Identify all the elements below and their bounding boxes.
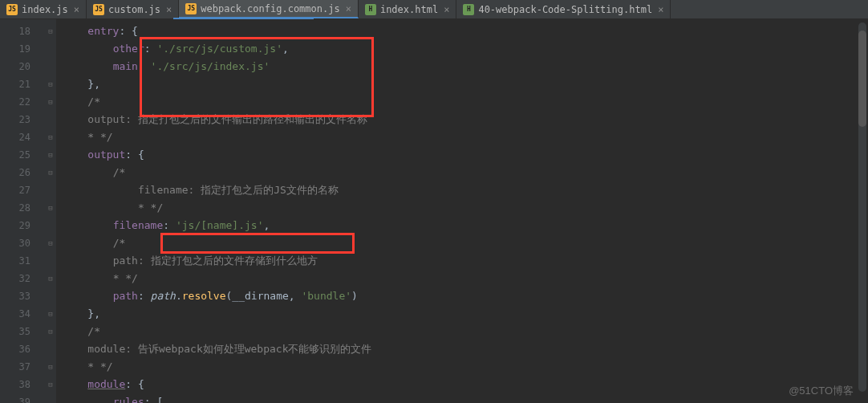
fold-marker[interactable] [45, 40, 56, 58]
code-line: }, [56, 305, 868, 323]
code-line: * */ [56, 358, 868, 376]
fold-marker[interactable] [45, 111, 56, 128]
line-number: 27 [0, 181, 45, 199]
fold-marker[interactable]: ⊟ [45, 22, 56, 40]
line-number: 25 [0, 146, 45, 164]
fold-marker[interactable] [45, 252, 56, 270]
fold-marker[interactable] [45, 217, 56, 234]
html-file-icon: H [365, 4, 376, 15]
line-number-gutter: 1819202122232425262728293031323334353637… [0, 19, 45, 403]
watermark: @51CTO博客 [789, 384, 854, 398]
code-line: rules: [ [56, 393, 868, 403]
code-line: * */ [56, 128, 868, 146]
close-icon[interactable]: × [658, 4, 663, 15]
code-line: * */ [56, 199, 868, 217]
tab-label: webpack.config.common.js [201, 3, 339, 14]
fold-marker[interactable] [45, 340, 56, 358]
html-file-icon: H [463, 4, 474, 15]
active-tab-indicator [173, 18, 314, 19]
line-number: 38 [0, 376, 45, 393]
tab-label: index.js [22, 4, 68, 15]
tab-label: 40-webpack-Code-Splitting.html [478, 4, 652, 15]
line-number: 35 [0, 323, 45, 340]
line-number: 23 [0, 111, 45, 128]
code-line: main: './src/js/index.js' [56, 58, 868, 75]
scroll-thumb[interactable] [858, 31, 866, 127]
close-icon[interactable]: × [346, 3, 351, 14]
fold-marker[interactable]: ⊟ [45, 376, 56, 393]
line-number: 19 [0, 40, 45, 58]
code-line: output: 指定打包之后的文件输出的路径和输出的文件名称 [56, 111, 868, 128]
tab-custom-js[interactable]: JS custom.js × [87, 0, 179, 18]
code-line: other: './src/js/custom.js', [56, 40, 868, 58]
code-line: }, [56, 75, 868, 93]
fold-marker[interactable] [45, 58, 56, 75]
fold-marker[interactable]: ⊟ [45, 234, 56, 252]
code-line: /* [56, 323, 868, 340]
code-line: filename: 指定打包之后的JS文件的名称 [56, 181, 868, 199]
fold-marker[interactable]: ⊟ [45, 93, 56, 111]
line-number: 30 [0, 234, 45, 252]
fold-marker[interactable]: ⊟ [45, 75, 56, 93]
editor-tabs: JS index.js × JS custom.js × JS webpack.… [0, 0, 868, 19]
close-icon[interactable]: × [74, 4, 79, 15]
line-number: 37 [0, 358, 45, 376]
line-number: 18 [0, 22, 45, 40]
code-editor[interactable]: entry: { other: './src/js/custom.js', ma… [56, 19, 868, 403]
fold-column: ⊟⊟⊟⊟⊟⊟⊟⊟⊟⊟⊟⊟⊟ [45, 19, 56, 403]
code-line: path: 指定打包之后的文件存储到什么地方 [56, 252, 868, 270]
fold-marker[interactable]: ⊟ [45, 128, 56, 146]
tab-code-splitting[interactable]: H 40-webpack-Code-Splitting.html × [456, 0, 671, 18]
fold-marker[interactable]: ⊟ [45, 164, 56, 181]
editor-area: 1819202122232425262728293031323334353637… [0, 19, 868, 403]
line-number: 32 [0, 270, 45, 287]
line-number: 22 [0, 93, 45, 111]
js-file-icon: JS [6, 4, 18, 15]
fold-marker[interactable] [45, 287, 56, 305]
tab-index-js[interactable]: JS index.js × [0, 0, 87, 18]
close-icon[interactable]: × [166, 4, 172, 15]
fold-marker[interactable]: ⊟ [45, 358, 56, 376]
fold-marker[interactable]: ⊟ [45, 146, 56, 164]
code-line: * */ [56, 270, 868, 287]
fold-marker[interactable]: ⊟ [45, 199, 56, 217]
tab-label: custom.js [108, 4, 160, 15]
line-number: 21 [0, 75, 45, 93]
code-line: module: { [56, 376, 868, 393]
code-line: filename: 'js/[name].js', [56, 217, 868, 234]
code-line: path: path.resolve(__dirname, 'bundle') [56, 287, 868, 305]
code-line: module: 告诉webpack如何处理webpack不能够识别的文件 [56, 340, 868, 358]
line-number: 39 [0, 393, 45, 403]
code-line: entry: { [56, 22, 868, 40]
fold-marker[interactable] [45, 181, 56, 199]
fold-marker[interactable]: ⊟ [45, 270, 56, 287]
vertical-scrollbar[interactable] [858, 22, 866, 392]
fold-marker[interactable]: ⊟ [45, 323, 56, 340]
line-number: 31 [0, 252, 45, 270]
js-file-icon: JS [185, 3, 197, 14]
tab-webpack-config[interactable]: JS webpack.config.common.js × [179, 0, 359, 18]
js-file-icon: JS [93, 4, 104, 15]
code-line: /* [56, 93, 868, 111]
code-line: output: { [56, 146, 868, 164]
code-line: /* [56, 234, 868, 252]
line-number: 24 [0, 128, 45, 146]
line-number: 33 [0, 287, 45, 305]
line-number: 20 [0, 58, 45, 75]
line-number: 28 [0, 199, 45, 217]
code-line: /* [56, 164, 868, 181]
line-number: 26 [0, 164, 45, 181]
line-number: 34 [0, 305, 45, 323]
fold-marker[interactable] [45, 393, 56, 403]
line-number: 29 [0, 217, 45, 234]
tab-label: index.html [380, 4, 438, 15]
line-number: 36 [0, 340, 45, 358]
fold-marker[interactable]: ⊟ [45, 305, 56, 323]
close-icon[interactable]: × [444, 4, 449, 15]
tab-index-html[interactable]: H index.html × [359, 0, 456, 18]
